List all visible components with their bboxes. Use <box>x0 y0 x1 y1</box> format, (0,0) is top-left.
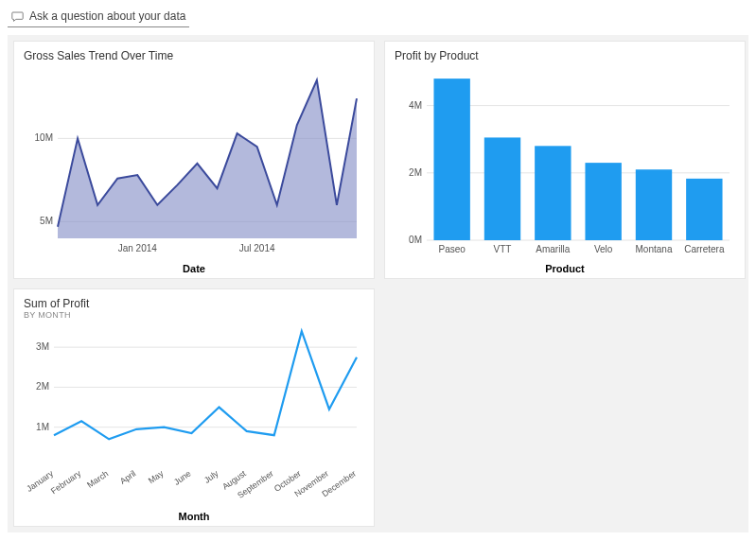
svg-text:3M: 3M <box>36 341 49 352</box>
line-chart: 1M2M3MJanuaryFebruaryMarchAprilMayJuneJu… <box>24 320 364 509</box>
svg-text:2M: 2M <box>36 381 49 392</box>
svg-text:June: June <box>172 468 193 486</box>
svg-rect-18 <box>585 163 621 240</box>
svg-rect-22 <box>686 179 722 240</box>
svg-text:April: April <box>118 468 137 486</box>
svg-text:July: July <box>202 468 220 485</box>
x-axis-title: Product <box>395 263 735 274</box>
card-sum-profit[interactable]: Sum of Profit By Month 1M2M3MJanuaryFebr… <box>13 288 375 527</box>
svg-text:May: May <box>147 468 166 485</box>
svg-text:Amarilla: Amarilla <box>536 244 571 254</box>
svg-rect-12 <box>433 78 469 240</box>
svg-text:March: March <box>85 468 110 490</box>
chart-subtitle: By Month <box>24 310 364 320</box>
chart-title: Profit by Product <box>395 49 735 62</box>
x-axis-title: Date <box>24 263 364 274</box>
svg-text:Paseo: Paseo <box>438 244 466 254</box>
svg-text:10M: 10M <box>35 132 53 143</box>
svg-text:Jul 2014: Jul 2014 <box>239 243 275 253</box>
chart-title: Sum of Profit <box>24 297 364 310</box>
qna-input[interactable]: Ask a question about your data <box>8 8 189 27</box>
svg-text:1M: 1M <box>36 422 49 432</box>
svg-rect-14 <box>484 137 520 240</box>
svg-text:Jan 2014: Jan 2014 <box>118 243 158 253</box>
svg-text:2M: 2M <box>409 167 422 178</box>
svg-text:0M: 0M <box>409 235 422 245</box>
card-profit-product[interactable]: Profit by Product 0M2M4MPaseoVTTAmarilla… <box>384 41 746 279</box>
svg-text:February: February <box>49 468 83 496</box>
svg-text:5M: 5M <box>40 216 53 226</box>
dashboard: Gross Sales Trend Over Time 5M10MJan 201… <box>8 35 748 532</box>
svg-text:Montana: Montana <box>636 244 673 254</box>
area-chart: 5M10MJan 2014Jul 2014 <box>24 62 364 261</box>
svg-text:4M: 4M <box>409 100 422 111</box>
chart-title: Gross Sales Trend Over Time <box>24 49 364 62</box>
card-gross-sales[interactable]: Gross Sales Trend Over Time 5M10MJan 201… <box>13 41 375 279</box>
svg-text:VTT: VTT <box>494 244 512 254</box>
chat-icon <box>11 10 24 23</box>
svg-rect-16 <box>535 146 571 240</box>
svg-text:Carretera: Carretera <box>684 244 725 254</box>
qna-placeholder: Ask a question about your data <box>29 9 185 23</box>
x-axis-title: Month <box>24 511 364 522</box>
svg-rect-20 <box>636 169 672 240</box>
bar-chart: 0M2M4MPaseoVTTAmarillaVeloMontanaCarrete… <box>395 62 735 261</box>
svg-text:Velo: Velo <box>594 244 613 254</box>
